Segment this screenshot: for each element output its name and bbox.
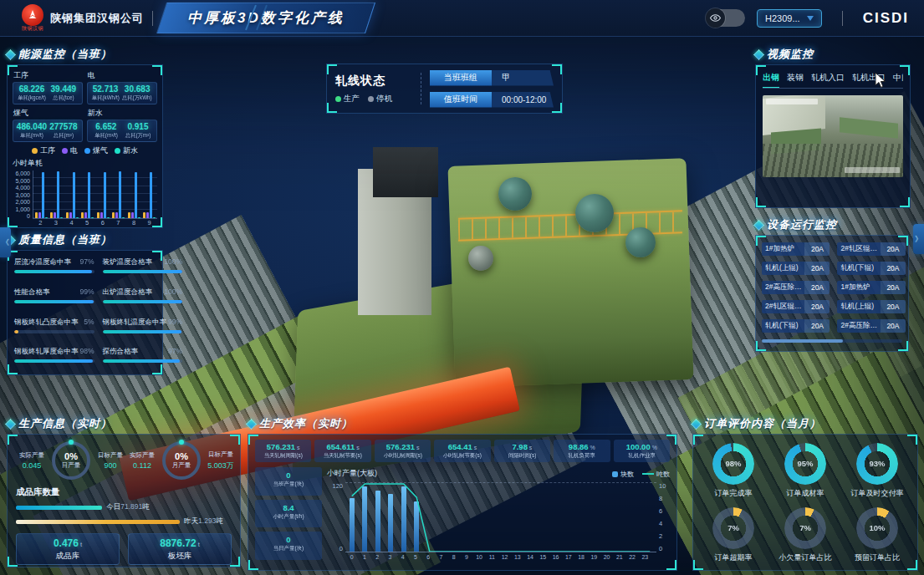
cisdi-logo: CISDI [863, 10, 909, 27]
energy-card-box: 6.652单耗(m³/t)0.915总耗(万m³) [87, 120, 157, 142]
x-tick-label: 21 [613, 554, 625, 560]
energy-card-col: 277578总耗(m³) [48, 122, 79, 140]
cctv-frame[interactable] [763, 95, 903, 177]
inventory-box-unit: t [198, 541, 200, 548]
device-value: 20A [881, 319, 906, 333]
energy-card-box: 486.040单耗(m³/t)277578总耗(m³) [13, 120, 83, 142]
stat-value: 7.98 s [495, 442, 549, 451]
dashed-divider [421, 73, 421, 104]
quality-item-head: 层流冷温度命中率97% [14, 257, 94, 267]
panel-quality-info: 质量信息（当班） 层流冷温度命中率97%装炉温度合格率100%性能合格率99%出… [7, 232, 163, 375]
bar [97, 212, 100, 218]
bar-group [33, 170, 49, 218]
collapse-right-tab[interactable]: 》 [913, 224, 924, 254]
legend-dot [32, 148, 38, 154]
cctv-watermark-blur [845, 167, 900, 173]
device-item[interactable]: 1#加热炉20A [762, 242, 830, 256]
energy-category-label: 新水 [88, 108, 157, 119]
quality-item-label: 探伤合格率 [103, 347, 139, 357]
heat-number-dropdown[interactable]: H2309... [757, 9, 822, 28]
panel-orders-title: 订单评价内容（当月） [692, 416, 918, 431]
device-item[interactable]: 2#高压除…20A [762, 281, 830, 294]
visibility-toggle[interactable] [707, 9, 745, 27]
stat-label: 小时轧制节奏(s) [437, 451, 488, 459]
bar [88, 172, 90, 218]
stat-label: 小时轧制周期(s) [377, 451, 427, 459]
device-scrollbar-thumb[interactable] [762, 339, 843, 343]
pill-label: 值班时间 [430, 92, 492, 108]
bar [84, 212, 87, 218]
device-item[interactable]: 1#加热炉20A [837, 281, 905, 294]
energy-card-col: 52.713单耗(kWh/t) [90, 84, 121, 102]
y-tick-label: 4,000 [15, 185, 30, 191]
header-divider [842, 11, 843, 26]
bar [153, 217, 156, 218]
video-tab-轧机出口[interactable]: 轧机出口 [852, 72, 886, 84]
panel-title-text: 视频监控 [767, 47, 814, 62]
device-item[interactable]: 2#高压除…20A [837, 319, 905, 333]
device-item[interactable]: 轧机(上辊)20A [762, 262, 830, 275]
stat-unit: s [355, 445, 359, 450]
stat-label: 轧机负荷率 [557, 451, 607, 459]
inventory-bar-row: 今日71.891吨 [16, 502, 232, 512]
donut-value: 10% [856, 523, 898, 532]
legend-item: 煤气 [84, 145, 108, 156]
panel-production-info: 生产信息（实时） 实际产量0.0450%日产量目标产量900实际产量0.1120… [7, 416, 241, 567]
shift-info-pill[interactable]: 当班班组甲 [430, 70, 554, 86]
quality-bar-track [14, 330, 94, 333]
quality-item-value: 97% [168, 347, 182, 357]
donut-label: 小欠量订单占比 [779, 552, 832, 563]
company-logo-caption: 陕钢汉钢 [22, 26, 43, 32]
legend-item-line: 吨数 [642, 470, 670, 479]
quality-bar-track [103, 270, 183, 273]
progress-gauge: 0%月产量 [162, 441, 201, 480]
diamond-icon [753, 49, 764, 60]
bar [107, 217, 110, 218]
stat-label: 当天轧制周期(s) [258, 451, 309, 459]
video-tab-装钢[interactable]: 装钢 [787, 72, 804, 84]
device-item[interactable]: 轧机(上辊)20A [837, 300, 905, 313]
inventory-box-label: 板坯库 [168, 551, 192, 562]
video-tab-中间冷[interactable]: 中间冷 [893, 72, 903, 84]
donut-holder: 7% [784, 507, 826, 549]
bar [112, 212, 115, 218]
x-tick-label: 6 [95, 219, 111, 226]
cctv-machine [840, 117, 898, 138]
device-item[interactable]: 轧机(下辊)20A [837, 262, 905, 275]
energy-unit-label: 总耗(万m³) [124, 132, 152, 140]
x-tick-label: 4 [64, 219, 79, 226]
quality-item-value: 5% [84, 318, 94, 328]
diamond-icon [753, 220, 764, 231]
x-tick-label: 16 [549, 554, 562, 560]
donut-label: 订单超期率 [715, 552, 753, 563]
device-item[interactable]: 轧机(下辊)20A [762, 319, 830, 333]
company-logo: 陕钢汉钢 [22, 4, 43, 32]
donut-label: 预留订单占比 [855, 552, 900, 563]
x-tick-label: 23 [639, 554, 651, 560]
video-tab-出钢[interactable]: 出钢 [763, 72, 779, 84]
video-tab-轧机入口[interactable]: 轧机入口 [811, 72, 845, 84]
panel-title-text: 生产信息（实时） [18, 416, 112, 431]
collapse-left-tab[interactable]: 《 [0, 227, 11, 257]
panel-production-title: 生产信息（实时） [7, 416, 241, 431]
device-item[interactable]: 2#轧区辊…20A [837, 242, 905, 256]
efficiency-stat-card: 654.611 s当天轧制节奏(s) [314, 440, 370, 462]
bar [146, 212, 149, 218]
shift-info-pill[interactable]: 值班时间00:00-12:00 [430, 92, 554, 108]
inventory-bar-text: 昨天1.293吨 [184, 516, 223, 527]
y-tick-label: 2 [659, 532, 662, 540]
device-item[interactable]: 2#轧区辊…20A [762, 300, 830, 313]
device-value: 20A [881, 281, 906, 294]
gauge-indicator-dot [69, 440, 74, 445]
x-tick-label: 5 [79, 219, 95, 226]
x-tick-label: 7 [435, 554, 447, 560]
donut-holder: 98% [712, 443, 754, 485]
device-label: 轧机(下辊) [837, 262, 880, 275]
inventory-box: 8876.72t板坯库 [128, 533, 232, 565]
order-donut: 98%订单完成率 [700, 443, 767, 499]
efficiency-stat-card: 654.41 s小时轧制节奏(s) [434, 440, 490, 462]
inventory-box-value: 0.476t [54, 537, 82, 549]
eye-icon [706, 8, 725, 28]
energy-card: 煤气486.040单耗(m³/t)277578总耗(m³) [13, 107, 83, 142]
panel-title-text: 质量信息（当班） [18, 232, 112, 247]
